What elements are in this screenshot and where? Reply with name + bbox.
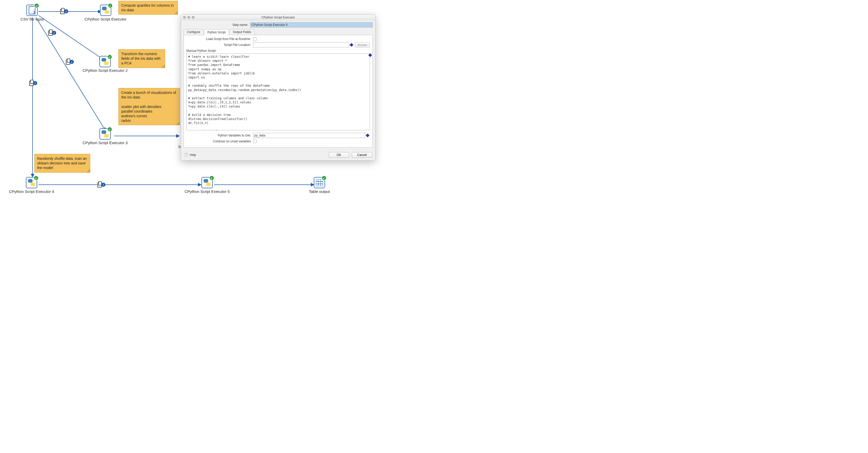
check-icon: ✓ [34,176,39,181]
python-icon: ✓ [26,177,37,188]
check-icon: ✓ [209,176,214,181]
variable-diamond-icon[interactable] [366,134,369,137]
window-controls[interactable] [183,16,194,19]
sticky-note[interactable]: Transform the numeric fields of the iris… [118,49,165,68]
variable-diamond-icon[interactable] [350,43,353,47]
step-dialog[interactable]: CPython Script Executor Step name: CPyth… [181,14,376,160]
node-label: CPython Script Executor 4 [9,189,54,194]
check-icon: ✓ [34,3,39,8]
check-icon: ✓ [321,176,327,181]
manual-script-label: Manual Python Script: [186,49,370,53]
svg-line-2 [36,18,105,131]
hop-info-icon[interactable] [29,81,37,86]
python-script-editor[interactable]: # learn a scikit-learn classifier from s… [186,53,370,130]
node-label: CPython Script Executor [85,17,126,21]
script-file-location-input[interactable] [253,42,349,48]
tab-output-fields[interactable]: Output Fields [229,29,254,35]
dialog-title: CPython Script Executor [261,16,295,19]
load-script-runtime-checkbox[interactable] [253,37,257,41]
hop-info-icon[interactable] [60,9,68,14]
dialog-footer: ? Help OK Cancel [181,150,375,160]
check-icon: ✓ [107,54,112,60]
node-csv-file-input[interactable]: ✓ CSV file input [21,5,44,21]
node-label: Table output [309,189,330,194]
node-cpython-3[interactable]: ✓ CPython Script Executor 3 [83,128,128,145]
hop-info-icon[interactable] [48,30,56,35]
help-button[interactable]: ? Help [184,153,196,157]
hop-info-icon[interactable] [97,182,105,187]
continue-unset-label: Continue on unset variables [186,140,253,143]
sticky-note[interactable]: Randomly shuffle data, train an sklearn … [34,154,90,173]
tab-panel: Load Script from File at Runtime: Script… [184,35,373,148]
node-table-output[interactable]: ✓ Table output [309,177,330,194]
script-file-location-label: Script File Location: [186,43,253,47]
minimize-icon[interactable] [187,16,190,19]
close-icon[interactable] [183,16,186,19]
check-icon: ✓ [107,127,112,132]
node-label: CPython Script Executor 2 [83,68,128,72]
step-name-input[interactable]: CPython Script Executor 4 [250,22,373,27]
node-label: CPython Script Executor 3 [83,141,128,145]
node-cpython-5[interactable]: ✓ CPython Script Executor 5 [185,177,230,194]
python-vars-input[interactable]: py_data [253,133,365,138]
hop-info-icon[interactable] [66,59,73,64]
csv-icon: ✓ [26,5,38,16]
tab-configure[interactable]: Configure [184,29,204,35]
python-icon: ✓ [99,128,111,140]
browse-button[interactable]: Browse [355,42,370,48]
tab-python-script[interactable]: Python Script [204,29,229,35]
node-cpython-4[interactable]: ✓ CPython Script Executor 4 [9,177,54,194]
help-label: Help [190,153,196,157]
zoom-icon[interactable] [192,16,194,19]
node-label: CSV file input [21,17,44,21]
python-icon: ✓ [202,177,213,188]
node-label: CPython Script Executor 5 [185,189,230,194]
cancel-button[interactable]: Cancel [352,152,372,158]
python-icon: ✓ [100,5,111,16]
table-icon: ✓ [314,177,325,188]
ok-button[interactable]: OK [329,152,349,158]
step-name-label: Step name: [184,23,250,27]
continue-unset-checkbox[interactable] [253,140,257,143]
help-icon: ? [184,153,188,157]
check-icon: ✓ [108,3,113,8]
sticky-note[interactable]: Compute quartiles for columns in iris da… [118,1,178,14]
python-vars-label: Python Variables to Get: [186,134,253,137]
load-script-runtime-label: Load Script from File at Runtime: [186,37,253,41]
dialog-titlebar[interactable]: CPython Script Executor [181,14,375,20]
python-icon: ✓ [99,56,111,67]
sticky-note[interactable]: Create a bunch of visualizations of the … [118,88,180,125]
tab-bar: Configure Python Script Output Fields [184,29,373,35]
